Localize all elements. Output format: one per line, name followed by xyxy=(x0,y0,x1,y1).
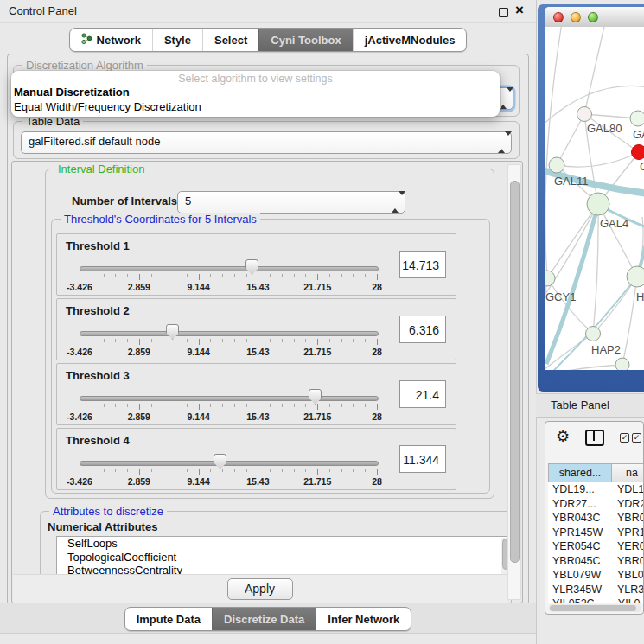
slider-thumb[interactable] xyxy=(166,324,179,340)
tab-infer-network[interactable]: Infer Network xyxy=(316,608,411,630)
tab-label: Infer Network xyxy=(328,613,399,626)
bottom-tab-row: Impute DataDiscretize DataInfer Network xyxy=(0,607,536,631)
apply-button[interactable]: Apply xyxy=(227,578,293,600)
network-node-gcy1[interactable] xyxy=(545,271,555,286)
threshold-value-field[interactable]: 6.316 xyxy=(399,316,446,343)
slider-tick xyxy=(353,404,354,407)
dropdown-options: Manual DiscretizationEqual Width/Frequen… xyxy=(11,86,500,114)
slider-tick xyxy=(305,274,306,277)
table-row[interactable]: YBR043CYBR0 xyxy=(548,511,643,526)
panel-scrollbar-thumb[interactable] xyxy=(510,181,520,563)
tab-cyni-toolbox[interactable]: Cyni Toolbox xyxy=(258,29,352,51)
cell-shared-name: YER054C xyxy=(548,539,617,554)
threshold-value-field[interactable]: 11.344 xyxy=(399,445,446,473)
network-node-gal11[interactable] xyxy=(549,157,564,173)
slider-tick xyxy=(305,404,306,407)
tab-impute-data[interactable]: Impute Data xyxy=(125,608,212,630)
checkbox-icon[interactable]: ✓ xyxy=(620,433,629,443)
dropdown-option[interactable]: Manual Discretization xyxy=(11,86,500,100)
tab-discretize-data[interactable]: Discretize Data xyxy=(212,608,316,630)
number-of-intervals-combobox[interactable]: 5 xyxy=(177,191,405,214)
network-canvas[interactable]: GAL80GAGAL11GAL4GCY1HHAP2C xyxy=(545,27,644,370)
slider-tick xyxy=(199,404,200,410)
network-node[interactable] xyxy=(615,358,629,370)
slider-track[interactable] xyxy=(80,396,379,401)
slider-tick xyxy=(329,404,330,407)
slider-tick xyxy=(329,274,330,277)
gear-icon[interactable]: ⚙ xyxy=(556,427,570,446)
slider-tick xyxy=(270,404,271,407)
tab-style[interactable]: Style xyxy=(152,29,202,51)
network-node[interactable] xyxy=(632,145,644,160)
network-edge xyxy=(584,27,605,114)
slider-tick xyxy=(246,469,247,472)
node-label: GAL4 xyxy=(600,217,628,230)
bottom-tab-group: Impute DataDiscretize DataInfer Network xyxy=(124,607,412,631)
table-row[interactable]: YBL079WYBL0 xyxy=(548,568,643,583)
network-node-hap2[interactable] xyxy=(586,327,601,341)
slider-tick xyxy=(199,274,200,280)
table-data-combobox[interactable]: galFiltered.sif default node xyxy=(21,131,512,154)
slider-tick xyxy=(353,274,354,277)
slider-tick xyxy=(222,404,223,407)
horizontal-scrollbar-thumb[interactable] xyxy=(550,605,636,611)
slider-tick xyxy=(199,469,200,475)
slider-thumb[interactable] xyxy=(214,454,226,469)
slider-tick xyxy=(175,404,175,407)
slider-tick xyxy=(210,404,211,407)
table-row[interactable]: YPR145WYPR1 xyxy=(548,526,643,540)
network-edge xyxy=(557,152,639,167)
threshold-panel: Threshold 3-3.4262.8599.14415.4321.71528… xyxy=(56,363,456,425)
attribute-list-item[interactable]: TopologicalCoefficient xyxy=(57,551,510,564)
slider-tick xyxy=(246,339,247,342)
close-icon[interactable]: × xyxy=(515,2,524,19)
zoom-traffic-light-icon[interactable] xyxy=(588,12,598,22)
attributes-list[interactable]: SelfLoopsTopologicalCoefficientBetweenne… xyxy=(56,536,511,577)
tab-network[interactable]: Network xyxy=(70,29,152,51)
table-data-value: galFiltered.sif default node xyxy=(29,135,160,148)
slider-track[interactable] xyxy=(80,266,379,271)
column-header-name[interactable]: na xyxy=(612,464,643,482)
column-header-shared-name[interactable]: shared... xyxy=(549,464,612,482)
slider-tick xyxy=(151,274,152,277)
float-window-icon[interactable] xyxy=(499,8,508,17)
slider-tick xyxy=(377,274,378,280)
tab-select[interactable]: Select xyxy=(202,29,258,51)
slider-tick xyxy=(365,469,366,472)
table-row[interactable]: YDL19...YDL1 xyxy=(548,482,643,497)
horizontal-scrollbar[interactable] xyxy=(549,604,641,612)
slider-tick-label: 9.144 xyxy=(180,282,218,292)
slider-tick xyxy=(80,274,80,280)
slider-track[interactable] xyxy=(80,331,379,336)
network-node-h[interactable] xyxy=(627,266,644,287)
slider-thumb[interactable] xyxy=(309,389,322,405)
slider-track[interactable] xyxy=(80,461,379,466)
table-row[interactable]: YDR27...YDR2 xyxy=(548,497,643,512)
slider-tick xyxy=(234,339,235,342)
network-node-gal80[interactable] xyxy=(577,107,592,122)
checkbox-icon[interactable]: ✓ xyxy=(632,433,641,443)
threshold-value-field[interactable]: 21.4 xyxy=(399,380,446,408)
table-row[interactable]: YER054CYER0 xyxy=(548,539,643,554)
split-table-icon[interactable] xyxy=(585,430,604,446)
slider-tick-label: 9.144 xyxy=(180,476,218,487)
slider-tick xyxy=(317,339,318,345)
panel-scrollbar[interactable] xyxy=(507,164,521,600)
close-traffic-light-icon[interactable] xyxy=(553,12,564,22)
attribute-list-item[interactable]: SelfLoops xyxy=(57,537,510,551)
tab-jactivemnodules[interactable]: jActiveMNodules xyxy=(353,29,467,51)
threshold-value-field[interactable]: 14.713 xyxy=(399,251,446,278)
network-node-gal4[interactable] xyxy=(587,193,609,215)
table-row[interactable]: YIL052CYIL0 xyxy=(548,596,643,603)
slider-thumb[interactable] xyxy=(245,259,258,275)
group-title: Interval Definition xyxy=(54,163,148,175)
table-row[interactable]: YBR045CYBR0 xyxy=(548,554,643,569)
table-row[interactable]: YLR345WYLR3 xyxy=(548,583,643,597)
dropdown-option[interactable]: Equal Width/Frequency Discretization xyxy=(11,100,500,115)
group-title: Table Data xyxy=(22,115,83,128)
slider-tick-label: -3.426 xyxy=(61,282,99,292)
slider-tick xyxy=(127,469,128,472)
network-node-ga[interactable] xyxy=(630,111,644,126)
minimize-traffic-light-icon[interactable] xyxy=(571,12,581,22)
slider-tick xyxy=(365,404,366,407)
